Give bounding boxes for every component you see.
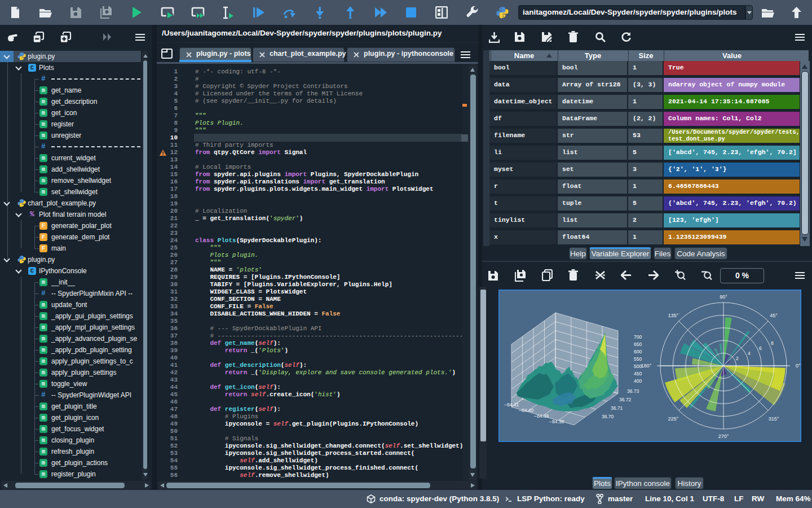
svg-text:−84.39: −84.39 — [534, 413, 549, 419]
svg-text:36.73: 36.73 — [627, 388, 639, 394]
svg-text:650: 650 — [634, 341, 642, 347]
svg-text:36.72: 36.72 — [619, 397, 632, 402]
svg-text:90°: 90° — [720, 294, 727, 300]
svg-text:225°: 225° — [668, 416, 679, 422]
svg-text:2: 2 — [736, 356, 739, 361]
svg-text:270°: 270° — [718, 433, 729, 439]
svg-text:315°: 315° — [769, 416, 779, 422]
svg-text:45°: 45° — [770, 313, 778, 318]
svg-text:36.70: 36.70 — [602, 414, 614, 419]
svg-text:6: 6 — [759, 345, 762, 351]
svg-text:−84.38: −84.38 — [549, 419, 564, 424]
svg-text:0°: 0° — [796, 363, 801, 369]
svg-text:600: 600 — [634, 349, 642, 354]
svg-text:8: 8 — [771, 340, 774, 346]
svg-text:550: 550 — [634, 356, 642, 362]
svg-text:180°: 180° — [641, 363, 651, 369]
svg-text:−84.40: −84.40 — [519, 408, 534, 413]
svg-text:36.71: 36.71 — [611, 405, 623, 411]
svg-text:4: 4 — [748, 351, 751, 356]
svg-text:−84.41: −84.41 — [504, 402, 519, 408]
svg-text:700: 700 — [634, 334, 642, 340]
svg-text:135°: 135° — [668, 313, 679, 318]
svg-text:450: 450 — [634, 371, 642, 376]
svg-text:400: 400 — [634, 378, 642, 384]
